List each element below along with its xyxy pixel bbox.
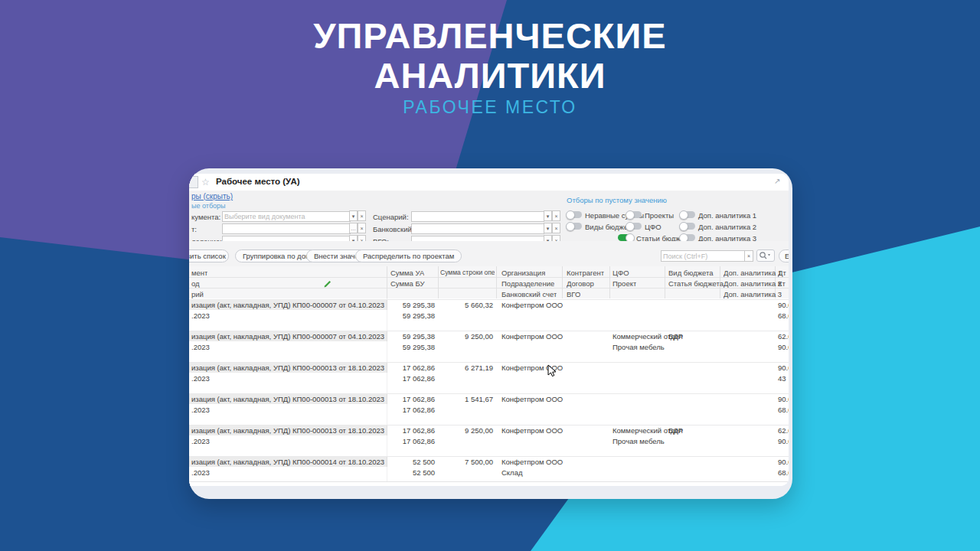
more-button[interactable]: Ещё: [779, 249, 789, 262]
field-label-doc-kind: кумента:: [191, 213, 220, 221]
window-titlebar: ☆ Рабочее место (УА) ↗: [189, 174, 789, 191]
field-label-scenario: Сценарий:: [373, 213, 409, 221]
scenario-clear-button[interactable]: ×: [552, 210, 560, 221]
doc-kind-input[interactable]: [222, 211, 351, 222]
toolbar: вить список Группировка по документу Вне…: [189, 241, 789, 266]
slide-title-line2: АНАЛИТИКИ: [0, 57, 980, 95]
header-period: од: [191, 279, 200, 289]
table-row[interactable]: изация (акт, накладная, УПД) КП00-000013…: [189, 362, 789, 394]
toggle-track: [626, 223, 642, 230]
table-row[interactable]: изация (акт, накладная, УПД) КП00-000007…: [189, 299, 789, 331]
doc-kind-dropdown-button[interactable]: ▾: [349, 210, 358, 221]
pencil-icon[interactable]: [324, 280, 332, 288]
bank-account-input[interactable]: [411, 223, 544, 234]
header-budget-kind: Вид бюджета: [668, 269, 714, 279]
counterparty-clear-button[interactable]: ×: [358, 223, 366, 233]
quick-filters-label: ые отборы: [191, 202, 226, 210]
toggle-extra-analytics-1[interactable]: Доп. аналитика 1: [680, 210, 715, 220]
search-button[interactable]: [756, 249, 775, 262]
toggle-projects[interactable]: Проекты: [626, 210, 662, 220]
toggle-track: [567, 223, 582, 230]
header-sum-ua: Сумма УА: [390, 269, 424, 279]
search-icon: [757, 250, 773, 260]
empty-value-filters-title: Отборы по пустому значению: [567, 196, 667, 204]
toggle-budget-kinds[interactable]: Виды бюджета: [567, 222, 602, 231]
slide-subtitle: РАБОЧЕЕ МЕСТО: [0, 97, 980, 118]
window-title: Рабочее место (УА): [216, 177, 300, 186]
bank-account-dropdown-button[interactable]: ▾: [544, 223, 552, 233]
slide: УПРАВЛЕНЧЕСКИЕ АНАЛИТИКИ РАБОЧЕЕ МЕСТО ☆…: [0, 0, 980, 551]
toggle-track: [680, 234, 695, 241]
chevron-down-icon: [768, 254, 770, 256]
header-sum-bu: Сумма БУ: [390, 279, 425, 289]
toggle-track: [618, 234, 633, 241]
header-dt: Дт: [778, 269, 786, 279]
hide-filters-link[interactable]: ры (скрыть): [191, 192, 233, 201]
header-organization: Организация: [501, 269, 545, 279]
toggle-unequal-sums[interactable]: Неравные суммы: [567, 210, 602, 220]
table-header: мент од рий Сумма УА Сумма БУ Сумма стро…: [189, 266, 789, 299]
favorite-star-icon[interactable]: ☆: [201, 177, 210, 187]
bank-account-clear-button[interactable]: ×: [552, 223, 560, 233]
table-row[interactable]: изация (акт, накладная, УПД) КП00-000007…: [189, 331, 789, 363]
app-window-card: ☆ Рабочее место (УА) ↗ ры (скрыть) ые от…: [189, 168, 792, 499]
refresh-list-button[interactable]: вить список: [189, 249, 229, 262]
toggle-track: [567, 211, 582, 218]
header-budget-item: Статья бюджета: [668, 279, 724, 289]
counterparty-choose-button[interactable]: …: [349, 223, 358, 233]
slide-title-line1: УПРАВЛЕНЧЕСКИЕ: [0, 17, 980, 55]
search-input[interactable]: [661, 250, 749, 262]
field-label-counterparty: т:: [191, 225, 197, 233]
toggle-extra-analytics-2[interactable]: Доп. аналитика 2: [680, 222, 715, 231]
toggle-track: [680, 223, 695, 230]
header-contract: Договор: [567, 279, 594, 289]
header-cfo: ЦФО: [612, 269, 629, 279]
header-counterparty: Контрагент: [567, 269, 604, 279]
doc-kind-clear-button[interactable]: ×: [358, 210, 366, 221]
scenario-dropdown-button[interactable]: ▾: [544, 210, 552, 221]
mouse-cursor: [547, 364, 559, 380]
distribute-by-projects-button[interactable]: Распределить по проектам: [355, 249, 462, 262]
header-extra-analytics-1: Доп. аналитика 1: [724, 269, 782, 279]
filter-panel: ры (скрыть) ые отборы кумента: ▾ × т: … …: [189, 191, 789, 241]
scenario-input[interactable]: [411, 211, 544, 222]
table-body: изация (акт, накладная, УПД) КП00-000007…: [189, 298, 789, 486]
search-clear-button[interactable]: ×: [744, 250, 753, 262]
header-document: мент: [191, 269, 207, 279]
counterparty-input[interactable]: [222, 223, 351, 234]
header-project: Проект: [612, 279, 636, 289]
table-row[interactable]: изация (акт, накладная, УПД) КП00-000013…: [189, 425, 789, 457]
toggle-track: [626, 211, 642, 218]
app-window: ☆ Рабочее место (УА) ↗ ры (скрыть) ые от…: [189, 174, 789, 486]
toggle-cfo[interactable]: ЦФО: [626, 222, 662, 231]
header-subdivision: Подразделение: [501, 279, 554, 289]
header-extra-analytics-2: Доп. аналитика 2: [724, 279, 782, 289]
header-sum-line: Сумма строки операции: [440, 269, 495, 279]
toggle-track: [680, 211, 695, 218]
open-in-window-icon[interactable]: ↗: [774, 177, 780, 185]
table-bottom-border: [189, 481, 789, 482]
table-row[interactable]: изация (акт, накладная, УПД) КП00-000013…: [189, 393, 789, 425]
header-kt: Кт: [778, 279, 786, 289]
